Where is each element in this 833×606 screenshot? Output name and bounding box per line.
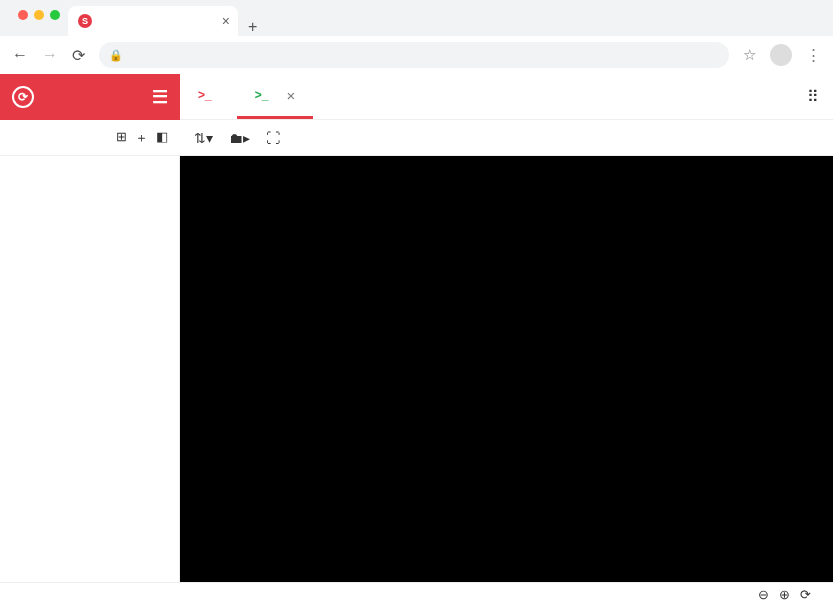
address-bar[interactable]: 🔒 [99,42,729,68]
back-icon[interactable]: ← [12,46,28,65]
profile-avatar[interactable] [770,44,792,66]
forward-icon[interactable]: → [42,46,58,65]
window-controls[interactable] [10,0,68,30]
app-header: ⟳ ☰ >_ >_ × ⠿ [0,74,833,120]
reload-icon[interactable]: ⟳ [72,46,85,65]
terminal-icon: >_ [198,88,212,102]
status-bar: ⊖ ⊕ ⟳ [0,582,833,606]
zoom-out-icon[interactable]: ⊖ [758,587,769,602]
lock-icon: 🔒 [109,49,123,62]
fullscreen-icon[interactable]: ⛶ [266,130,280,146]
session-tabs: >_ >_ × ⠿ [180,74,833,120]
add-server-icon[interactable]: ＋ [135,129,148,147]
apps-grid-icon[interactable]: ⠿ [807,87,819,106]
maximize-window-icon[interactable] [50,10,60,20]
brand: ⟳ ☰ [0,86,180,108]
browser-tab[interactable]: S × [68,6,238,36]
menu-icon[interactable]: ⋮ [806,46,821,64]
close-tab-icon[interactable]: × [222,13,230,29]
favicon-icon: S [78,14,92,28]
columns-icon[interactable]: ◧ [156,129,168,147]
minimize-window-icon[interactable] [34,10,44,20]
sidebar [0,156,180,582]
star-icon[interactable]: ☆ [743,46,756,64]
sort-icon[interactable]: ⇅▾ [194,130,213,146]
terminal-icon: >_ [255,88,269,102]
logo-icon: ⟳ [12,86,34,108]
toolbar: ⊞ ＋ ◧ ⇅▾ 🖿▸ ⛶ [0,120,833,156]
refresh-icon[interactable]: ⟳ [800,587,811,602]
browser-chrome: S × + ← → ⟳ 🔒 ☆ ⋮ [0,0,833,74]
close-window-icon[interactable] [18,10,28,20]
folder-open-icon[interactable]: 🖿▸ [229,130,250,146]
add-folder-icon[interactable]: ⊞ [116,129,127,147]
new-tab-button[interactable]: + [238,18,267,36]
terminal[interactable] [180,156,833,582]
hamburger-icon[interactable]: ☰ [152,86,168,108]
session-tab[interactable]: >_ [180,74,237,119]
close-tab-icon[interactable]: × [286,87,295,104]
zoom-in-icon[interactable]: ⊕ [779,587,790,602]
session-tab-active[interactable]: >_ × [237,74,313,119]
